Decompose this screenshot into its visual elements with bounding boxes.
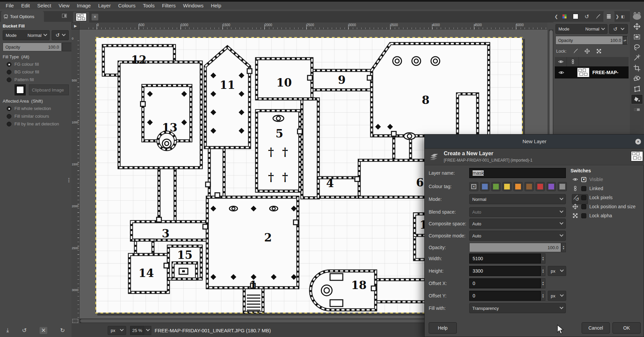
layer-mode-reset-button[interactable]: ↺: [609, 24, 628, 34]
offset-x-input[interactable]: 0: [469, 278, 541, 288]
switch-lock-position-and-size[interactable]: Lock position and size: [572, 203, 644, 211]
transform-tool[interactable]: [631, 73, 643, 83]
menu-item-windows[interactable]: Windows: [179, 2, 207, 9]
link-column-icon[interactable]: [567, 57, 579, 66]
radio-icon[interactable]: [7, 77, 11, 82]
lock-pixels-icon[interactable]: [573, 48, 578, 54]
fg-colour-swatch[interactable]: [14, 84, 26, 96]
rectangle-select-tool[interactable]: [631, 32, 643, 42]
quick-mask-toggle[interactable]: [72, 319, 78, 323]
opacity-slider[interactable]: Opacity 100.0: [3, 43, 62, 51]
checkbox[interactable]: [581, 204, 586, 209]
offset-y-input[interactable]: 0: [469, 291, 541, 301]
tab-brushes[interactable]: [570, 12, 581, 21]
layer-name-input[interactable]: mask: [469, 168, 566, 178]
move-tool[interactable]: [631, 21, 643, 32]
tabs-right-icon[interactable]: ❯: [614, 14, 620, 19]
layer-row[interactable]: FREE-MAP-: [555, 66, 629, 78]
tab-paintbrush[interactable]: [592, 12, 603, 21]
ruler-corner-button[interactable]: ▶: [71, 22, 79, 30]
colour-tag-swatch[interactable]: [514, 182, 523, 191]
layer-opacity-slider[interactable]: Opacity 100.0 ▴▾: [555, 36, 628, 45]
delete-preset-icon[interactable]: ✕: [40, 327, 47, 334]
unit-combo[interactable]: px: [108, 326, 126, 335]
menu-item-layer[interactable]: Layer: [95, 2, 115, 9]
dock-splitter-handle[interactable]: •••: [68, 178, 70, 183]
vertical-ruler[interactable]: 050010001500200025003000: [71, 30, 79, 319]
height-input[interactable]: 3300: [469, 266, 541, 276]
switch-lock-alpha[interactable]: Lock alpha: [572, 212, 644, 220]
bucket-fill-tool[interactable]: [631, 94, 643, 104]
dialog-title-bar[interactable]: New Layer ×: [425, 134, 644, 149]
checkbox[interactable]: [581, 186, 586, 191]
colour-tag-swatch[interactable]: [558, 182, 567, 191]
lock-alpha-icon[interactable]: [596, 48, 602, 54]
affected-area-option[interactable]: Fill whole selection: [7, 106, 73, 111]
restore-preset-icon[interactable]: ↺: [22, 327, 27, 334]
width-input[interactable]: 5100: [469, 254, 541, 264]
checkbox[interactable]: [581, 213, 586, 218]
menu-item-edit[interactable]: Edit: [17, 2, 34, 9]
menu-item-help[interactable]: Help: [207, 2, 225, 9]
offset-y-spinner[interactable]: ▴▾: [541, 291, 545, 301]
paint-mode-combo[interactable]: Mode Normal: [3, 30, 50, 40]
mode-reset-button[interactable]: ↺: [52, 30, 69, 40]
fill-type-option[interactable]: FG colour fill: [7, 62, 73, 67]
save-preset-icon[interactable]: ⤓: [6, 327, 9, 334]
lock-position-icon[interactable]: [584, 48, 590, 54]
crop-tool[interactable]: [631, 63, 643, 73]
menu-item-filters[interactable]: Filters: [158, 2, 179, 9]
tab-layers[interactable]: [603, 11, 614, 22]
gradient-tool[interactable]: [631, 105, 643, 115]
switch-linked[interactable]: Linked: [572, 184, 644, 192]
composite-space-combo[interactable]: Auto: [469, 219, 566, 229]
pattern-combo[interactable]: Clipboard Image: [29, 85, 69, 95]
image-tab[interactable]: [73, 12, 89, 22]
help-button[interactable]: Help: [429, 322, 457, 334]
tab-history[interactable]: ↺: [581, 12, 592, 21]
colour-tag-swatch[interactable]: [536, 182, 545, 191]
tab-colours[interactable]: [559, 12, 570, 21]
size-unit-combo[interactable]: px: [548, 266, 566, 276]
close-image-icon[interactable]: ×: [92, 14, 98, 20]
layer-mode-combo[interactable]: Mode Normal: [555, 24, 607, 34]
handle-transform-tool[interactable]: [631, 84, 643, 94]
checkbox[interactable]: [581, 195, 586, 200]
affected-area-option[interactable]: Fill similar colours: [7, 114, 73, 119]
opacity-spinner[interactable]: ▴▾: [623, 36, 627, 44]
colour-tag-swatch[interactable]: [480, 182, 489, 191]
colour-tag-swatch[interactable]: [547, 182, 556, 191]
free-select-tool[interactable]: [631, 42, 643, 52]
radio-icon[interactable]: [7, 122, 11, 126]
menu-item-colours[interactable]: Colours: [114, 2, 139, 9]
zoom-input[interactable]: 25 %: [130, 326, 144, 335]
panel-menu-icon[interactable]: [62, 14, 67, 18]
mode-combo[interactable]: Normal: [469, 194, 566, 204]
zoom-combo-button[interactable]: [145, 326, 151, 335]
reset-tool-icon[interactable]: ↻: [60, 327, 65, 334]
radio-icon[interactable]: [7, 106, 11, 111]
composite-mode-combo[interactable]: Auto: [469, 231, 566, 241]
tab-tool-options[interactable]: Tool Options: [1, 11, 44, 22]
fill-type-option[interactable]: Pattern fill: [7, 77, 73, 82]
colour-tag-swatch[interactable]: [502, 182, 512, 191]
menu-item-file[interactable]: File: [2, 2, 17, 9]
radio-icon[interactable]: [7, 114, 11, 119]
dialog-close-icon[interactable]: ×: [635, 139, 641, 145]
fill-type-option[interactable]: BG colour fill: [7, 69, 73, 74]
height-spinner[interactable]: ▴▾: [541, 266, 545, 276]
visibility-column-icon[interactable]: [555, 57, 567, 66]
tabs-left-icon[interactable]: ❮: [553, 14, 559, 19]
colour-tag-swatch[interactable]: [525, 182, 534, 191]
menu-item-tools[interactable]: Tools: [139, 2, 158, 9]
radio-icon[interactable]: [7, 70, 11, 74]
switch-lock-pixels[interactable]: Lock pixels: [572, 193, 644, 202]
fuzzy-select-tool[interactable]: [631, 53, 643, 63]
fill-with-combo[interactable]: Transparency: [469, 303, 566, 313]
offset-x-spinner[interactable]: ▴▾: [541, 278, 545, 288]
affected-area-option[interactable]: Fill by line art detection: [7, 121, 73, 126]
switch-visible[interactable]: ✕Visible: [572, 175, 644, 183]
menu-item-select[interactable]: Select: [34, 2, 55, 9]
width-spinner[interactable]: ▴▾: [541, 254, 545, 264]
opacity-spinner[interactable]: ▴▾: [561, 243, 566, 252]
